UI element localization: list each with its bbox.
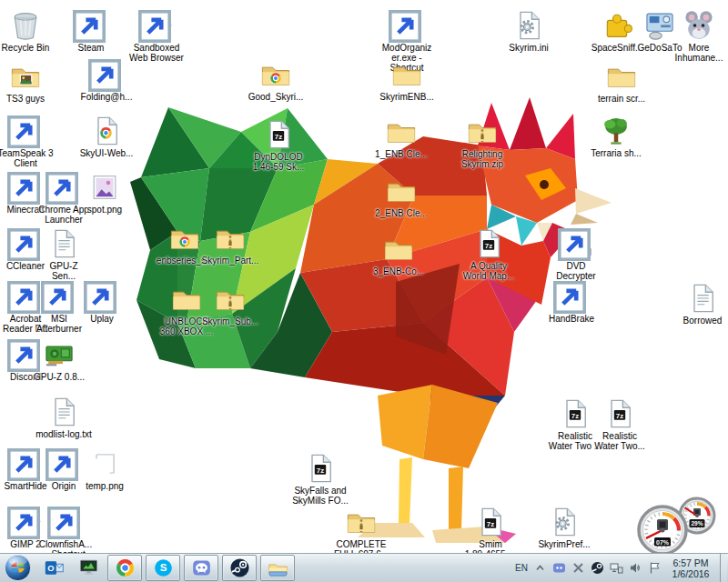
desktop-icon-dvd-decrypter[interactable]: DVDDVD Decrypter [541,227,612,281]
computer-icon [78,557,99,578]
desktop-icon-enb-1[interactable]: 1_ENB Cle... [366,115,437,159]
show-desktop-button[interactable] [720,554,727,582]
steam-mini-icon [591,561,604,575]
desktop-icon-enb-2[interactable]: 2_ENB Cle... [366,175,437,218]
desktop-icon-label: 3_ENB-Co... [363,266,434,276]
taskbar-button-outlook[interactable]: O [38,556,69,580]
desktop-icon-good-skyrim[interactable]: Good_Skyri... [240,58,311,102]
desktop-icon-gpu-z[interactable]: GPU-Z 0.8... [24,338,95,382]
recycle-bin-icon [9,9,42,42]
desktop-icon-uplay[interactable]: Uplay [66,280,137,324]
desktop-icon-recycle-bin[interactable]: Recycle Bin [0,9,61,53]
desktop-icon-label: SkyUI-Web... [71,148,142,158]
desktop-icon-label: A Quality World Map... [453,261,524,281]
desktop-icon-label: HandBrake [536,314,607,324]
desktop-icon-realistic-water-two-2[interactable]: 7zRealistic Water Two... [584,397,655,451]
svg-text:S: S [159,562,167,573]
doc-text-icon [686,282,719,315]
taskbar-buttons: OS [38,554,298,582]
dvd-icon: DVD [560,227,592,260]
clownfish-icon [49,506,82,538]
folder-icon [382,233,415,266]
taskbar-button-discord[interactable] [184,555,218,581]
folder-icon [385,175,418,207]
tray-network[interactable] [610,561,623,575]
steam-icon [229,557,250,578]
desktop-icon-a-quality-world-map[interactable]: 7zA Quality World Map... [453,227,524,281]
language-indicator[interactable]: EN [515,563,528,573]
taskbar-button-steam[interactable] [222,555,257,581]
skype-icon: S [153,557,174,578]
desktop-icon-label: SkyrimPref... [529,539,600,549]
desktop-icon-label: Skyrim.ini [493,43,564,53]
doc-7z-icon: 7z [304,452,337,485]
desktop-icon-label: Realistic Water Two... [584,431,655,451]
desktop-icon-modlist-log[interactable]: modlist-log.txt [28,396,99,439]
folding-icon [90,58,123,91]
desktop-icon-skyrim-sub[interactable]: Skyrim_Sub... [195,283,266,326]
sandboxed-icon [140,9,173,42]
desktop-icon-label: DynDOLOD 1.46-59 Sk... [243,152,314,172]
desktop-icon-temp-png[interactable]: temp.png [69,447,140,491]
folder-zip-icon [214,283,247,316]
image-file-icon [88,171,121,204]
desktop: Recycle BinSteamSandboxed Web BrowserMod… [0,0,728,582]
tray-hidden-icons[interactable] [533,561,547,575]
chrome-doc-icon [90,115,123,147]
clock-time: 6:57 PM [667,557,714,568]
volume-icon [629,561,642,575]
desktop-icon-folding-at-home[interactable]: Folding@h... [71,58,142,102]
desktop-icon-terraria[interactable]: Terraria sh... [581,115,652,158]
tray-clock[interactable]: 6:57 PM 1/6/2016 [667,557,714,579]
desktop-icon-skyui-web[interactable]: SkyUI-Web... [71,115,142,158]
doc-text-icon [47,227,80,260]
desktop-icon-gpu-z-sensor-log[interactable]: GPU-Z Sen... [28,227,99,281]
taskbar-button-computer[interactable] [73,556,104,580]
svg-text:7z: 7z [616,412,623,420]
start-button[interactable] [3,553,33,582]
clock-date: 1/6/2016 [667,568,714,579]
desktop-icon-ts3-guys[interactable]: TS3 guys [0,60,61,104]
mouse-animal-icon [682,9,715,42]
desktop-icon-skyfalls-skymills[interactable]: 7zSkyFalls and SkyMills FO... [285,452,356,506]
tray-afterburner-tray[interactable] [571,561,585,575]
desktop-icon-relighting-skyrim[interactable]: Relighting Skyrim.zip [447,115,518,169]
desktop-icon-skyrim-part[interactable]: Skyrim_Part... [195,222,266,266]
desktop-icon-skyrim-prefs[interactable]: SkyrimPref... [529,506,600,549]
desktop-icon-label: Skyrim_Part... [195,256,266,266]
desktop-icon-spot-png[interactable]: spot.png [69,171,140,215]
desktop-icon-smim[interactable]: 7zSmim 1 89-4655-... [455,506,526,559]
tray-steam-tray[interactable] [591,561,604,575]
desktop-icon-sandboxed-web-browser[interactable]: Sandboxed Web Browser [121,9,192,63]
desktop-icon-label: DVD Decrypter [541,261,612,281]
taskbar-button-explorer[interactable] [260,555,295,581]
desktop-icon-terrain-scr[interactable]: terrain scr... [586,60,657,104]
desktop-icon-borrowed[interactable]: Borrowed [667,282,728,326]
cpu-meter-gadget[interactable]: 29% 07% [628,492,728,554]
desktop-icon-dyndolod[interactable]: 7zDynDOLOD 1.46-59 Sk... [243,118,314,172]
cpu-percent: 07% [656,539,670,546]
desktop-icon-complete-full[interactable]: COMPLETE FULL 607 6... [326,506,397,559]
desktop-icon-handbrake[interactable]: HandBrake [536,280,607,324]
desktop-icon-steam[interactable]: Steam [56,9,126,53]
desktop-icon-skyrim-ini[interactable]: Skyrim.ini [493,9,564,53]
tray-action-center[interactable] [648,561,662,575]
desktop-icon-label: Skyrim_Sub... [195,316,266,326]
desktop-icon-enb-3[interactable]: 3_ENB-Co... [363,233,434,276]
discord-mini-icon [552,561,566,575]
desktop-icon-more-inhumane[interactable]: More Inhumane... [663,9,728,63]
desktop-icon-skyrim-enb[interactable]: SkyrimENB... [371,58,442,102]
desktop-icon-label: GPU-Z 0.8... [24,372,95,382]
desktop-icon-label: Borrowed [667,316,728,326]
svg-text:7z: 7z [487,520,494,528]
tray-volume[interactable] [629,561,642,575]
folder-icon [385,115,418,148]
desktop-icon-teamspeak-3-client[interactable]: TeamSpeak 3 Client [0,115,61,168]
ini-doc-icon [548,506,581,538]
desktop-icon-label: spot.png [69,205,140,215]
svg-text:7z: 7z [317,467,324,475]
tray-discord-tray[interactable] [552,561,566,575]
taskbar-button-chrome[interactable] [107,555,142,581]
taskbar-button-skype[interactable]: S [146,555,180,581]
desktop-icon-clownfish[interactable]: ClownfishA... - Shortcut [30,506,101,559]
